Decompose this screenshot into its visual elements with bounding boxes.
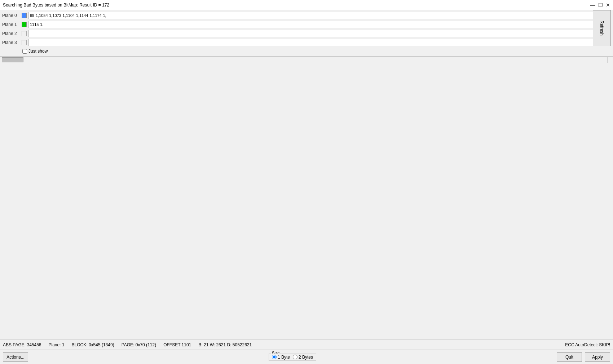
close-button[interactable]: ✕ [606,2,610,8]
plane-0-color [22,13,27,18]
plane-1-input[interactable] [28,21,596,28]
plane-3-input[interactable] [28,39,596,46]
plane-2-row: Plane 2 XOR [2,30,611,37]
minimize-button[interactable]: — [590,2,595,8]
control-area: Plane 0 XOR Plane 1 XOR Plane 2 XOR Plan… [0,10,613,57]
apply-button[interactable]: Apply [585,352,610,362]
bitmap-area [0,57,613,339]
bottom-bar: Actions... Size 1 Byte 2 Bytes Quit Appl… [0,350,613,364]
status-ecc: ECC AutoDetect: SKIP! [565,342,610,347]
refresh-button[interactable]: Refresh [593,10,611,46]
horizontal-scrollbar-thumb[interactable] [2,57,23,62]
status-plane: Plane: 1 [49,342,65,347]
size-group: Size 1 Byte 2 Bytes [269,354,316,361]
maximize-button[interactable]: ❐ [598,2,603,8]
size-legend: Size [271,351,280,355]
plane-1-label: Plane 1 [2,22,20,27]
size-2bytes-option: 2 Bytes [293,355,313,360]
plane-0-input[interactable] [28,12,596,19]
plane-2-input[interactable] [28,30,596,37]
size-2bytes-radio[interactable] [293,355,297,359]
status-bar: ABS PAGE: 345456 Plane: 1 BLOCK: 0x545 (… [0,339,613,350]
plane-3-color [22,40,27,45]
bottom-buttons: Quit Apply [557,352,610,362]
horizontal-scrollbar-area [0,57,613,62]
plane-2-color [22,31,27,36]
horizontal-scroll-track[interactable] [0,57,607,63]
just-show-row: Just show [2,48,611,55]
plane-1-color [22,22,27,27]
plane-0-row: Plane 0 XOR [2,12,611,19]
status-offset: OFFSET 1101 [163,342,191,347]
quit-button[interactable]: Quit [557,352,582,362]
status-block: BLOCK: 0x545 (1349) [72,342,114,347]
status-page: PAGE: 0x70 (112) [122,342,156,347]
plane-3-row: Plane 3 XOR [2,39,611,46]
title-bar: Searching Bad Bytes based on BitMap: Res… [0,0,613,10]
status-bwd: B: 21 W: 2621 D: 50522621 [198,342,252,347]
size-2bytes-label: 2 Bytes [299,355,313,360]
plane-2-label: Plane 2 [2,31,20,36]
just-show-checkbox[interactable] [22,49,27,54]
title-bar-controls[interactable]: — ❐ ✕ [590,2,610,8]
status-abs-page: ABS PAGE: 345456 [3,342,41,347]
just-show-label: Just show [28,49,48,54]
window-title: Searching Bad Bytes based on BitMap: Res… [3,3,109,8]
size-1byte-option: 1 Byte [272,355,290,360]
plane-3-label: Plane 3 [2,40,20,45]
size-1byte-radio[interactable] [272,355,277,359]
plane-1-row: Plane 1 XOR [2,21,611,28]
size-1byte-label: 1 Byte [278,355,290,360]
actions-button[interactable]: Actions... [3,352,28,362]
plane-0-label: Plane 0 [2,13,20,18]
scrollbar-corner [607,57,613,63]
